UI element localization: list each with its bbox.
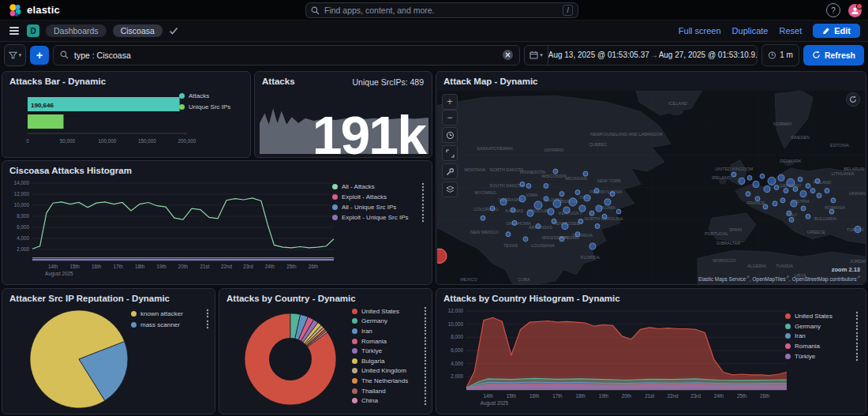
legend-label[interactable]: Thailand: [361, 388, 419, 395]
legend-item[interactable]: Thailand: [352, 386, 428, 396]
country-pie-chart[interactable]: [224, 306, 355, 412]
map-marker[interactable]: [791, 201, 797, 207]
map-marker[interactable]: [760, 174, 765, 178]
map-marker[interactable]: [596, 205, 602, 212]
legend-menu-icon[interactable]: [421, 213, 425, 223]
map-marker[interactable]: [753, 181, 759, 187]
country-histogram-chart[interactable]: 2,0004,0006,0008,00010,00012,00014th15th…: [440, 306, 793, 412]
map-marker[interactable]: [589, 211, 594, 215]
map-marker[interactable]: [774, 185, 779, 189]
legend-item[interactable]: United States: [352, 306, 428, 317]
attack-map[interactable]: ICELANDNORWAYSWEDENESTONIAUNITED KINGDOM…: [437, 91, 866, 284]
ciscoasa-histogram-chart[interactable]: 2,0004,0006,0008,00010,00012,00014,00014…: [6, 178, 340, 283]
map-marker[interactable]: [584, 195, 590, 201]
map-marker[interactable]: [563, 207, 570, 213]
legend-item[interactable]: Iran: [785, 332, 859, 342]
filter-menu-button[interactable]: ▾: [4, 44, 26, 66]
map-marker[interactable]: [544, 197, 548, 201]
edit-button[interactable]: Edit: [813, 24, 860, 38]
legend-menu-icon[interactable]: [423, 306, 428, 316]
map-attribution-link[interactable]: OpenMapTiles: [752, 276, 785, 282]
map-marker[interactable]: [490, 206, 495, 211]
map-marker[interactable]: [594, 189, 599, 193]
legend-item[interactable]: Exploit - Attacks: [332, 192, 425, 202]
breadcrumb-current[interactable]: Ciscoasa: [113, 24, 163, 37]
map-marker[interactable]: [552, 219, 556, 223]
map-refresh-button[interactable]: [846, 92, 860, 107]
legend-label[interactable]: China: [361, 397, 419, 404]
refresh-button[interactable]: Refresh: [803, 45, 864, 66]
map-marker[interactable]: [793, 186, 798, 191]
legend-item[interactable]: United States: [785, 311, 859, 321]
legend-menu-icon[interactable]: [855, 342, 859, 351]
legend-menu-icon[interactable]: [855, 352, 859, 362]
legend-label[interactable]: Iran: [361, 328, 419, 335]
breadcrumb-dashboards[interactable]: Dashboards: [46, 24, 107, 37]
legend-menu-icon[interactable]: [855, 332, 859, 341]
end-date[interactable]: Aug 27, 2025 @ 01:53:10.9...: [659, 51, 758, 59]
map-marker[interactable]: [519, 196, 526, 202]
full-screen-link[interactable]: Full screen: [679, 26, 721, 36]
legend-menu-icon[interactable]: [423, 386, 428, 395]
map-marker[interactable]: [800, 191, 806, 197]
map-marker[interactable]: [579, 205, 586, 212]
legend-item[interactable]: Iran: [352, 326, 428, 336]
legend-item[interactable]: Romania: [785, 341, 859, 351]
map-marker[interactable]: [536, 223, 541, 228]
legend-item[interactable]: Germany: [785, 321, 859, 332]
legend-label[interactable]: All - Attacks: [342, 183, 417, 190]
legend-item[interactable]: mass scanner: [131, 319, 210, 330]
reputation-pie-chart[interactable]: [7, 306, 141, 412]
map-marker[interactable]: [523, 237, 528, 242]
legend-item[interactable]: Türkiye: [352, 346, 428, 356]
map-marker[interactable]: [610, 192, 615, 197]
legend-label[interactable]: Türkiye: [361, 347, 419, 354]
map-marker[interactable]: [604, 199, 611, 205]
map-marker[interactable]: [520, 182, 525, 186]
map-marker[interactable]: [553, 200, 561, 208]
legend-item[interactable]: Bulgaria: [352, 356, 428, 366]
map-marker[interactable]: [831, 198, 836, 203]
add-filter-button[interactable]: +: [30, 46, 49, 65]
legend-item[interactable]: Attacks: [179, 92, 245, 99]
map-marker[interactable]: [534, 201, 542, 209]
legend-item[interactable]: All - Unique Src IPs: [332, 202, 425, 212]
bar-unique-src-ips[interactable]: [28, 114, 64, 129]
elastic-home-link[interactable]: elastic: [8, 3, 60, 17]
map-marker[interactable]: [575, 232, 580, 237]
map-marker[interactable]: [739, 178, 745, 184]
map-marker[interactable]: [500, 199, 507, 205]
user-avatar[interactable]: [848, 4, 862, 17]
legend-label[interactable]: Türkiye: [795, 353, 851, 360]
date-picker-menu-button[interactable]: ▾: [525, 46, 548, 65]
map-marker[interactable]: [578, 219, 583, 223]
map-marker[interactable]: [526, 183, 531, 188]
legend-menu-icon[interactable]: [423, 347, 428, 356]
map-marker[interactable]: [815, 178, 820, 183]
legend-label[interactable]: Romania: [361, 338, 419, 345]
map-marker[interactable]: [855, 227, 861, 233]
start-date[interactable]: Aug 13, 2025 @ 01:53:05.371: [548, 51, 649, 59]
legend-label[interactable]: Bulgaria: [361, 358, 419, 365]
legend-label[interactable]: United Kingdom: [361, 367, 419, 374]
map-marker[interactable]: [569, 198, 577, 206]
map-marker[interactable]: [595, 223, 600, 228]
map-marker[interactable]: [787, 178, 795, 186]
legend-item[interactable]: known attacker: [131, 308, 210, 319]
legend-menu-icon[interactable]: [855, 321, 859, 331]
legend-menu-icon[interactable]: [855, 311, 859, 320]
map-marker[interactable]: [787, 211, 791, 215]
map-fullscreen-button[interactable]: [442, 145, 458, 161]
legend-label[interactable]: Unique Src IPs: [189, 103, 245, 111]
legend-menu-icon[interactable]: [423, 326, 428, 335]
map-marker[interactable]: [544, 183, 548, 188]
legend-menu-icon[interactable]: [423, 366, 428, 376]
map-marker[interactable]: [616, 209, 621, 214]
global-search-input[interactable]: Find apps, content, and more. /: [305, 2, 578, 18]
map-attribution-link[interactable]: OpenStreetMap contributors: [792, 276, 857, 282]
legend-menu-icon[interactable]: [423, 376, 428, 385]
legend-item[interactable]: China: [352, 395, 428, 406]
legend-menu-icon[interactable]: [421, 203, 425, 212]
map-marker[interactable]: [553, 169, 558, 174]
legend-label[interactable]: Exploit - Attacks: [342, 193, 417, 201]
